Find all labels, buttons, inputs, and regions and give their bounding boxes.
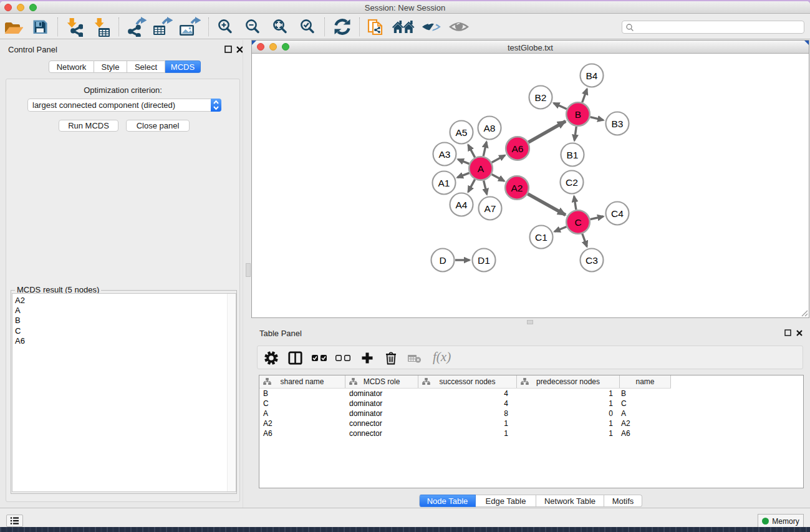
svg-text:D: D bbox=[439, 255, 446, 266]
svg-text:B4: B4 bbox=[586, 70, 598, 81]
svg-text:A: A bbox=[478, 163, 485, 174]
svg-text:D1: D1 bbox=[478, 255, 490, 266]
svg-text:A5: A5 bbox=[456, 127, 468, 138]
svg-text:A6: A6 bbox=[512, 143, 524, 154]
svg-text:C1: C1 bbox=[535, 232, 547, 243]
svg-text:A3: A3 bbox=[439, 149, 451, 160]
svg-text:B3: B3 bbox=[612, 118, 624, 129]
svg-text:A8: A8 bbox=[484, 123, 496, 133]
svg-text:C3: C3 bbox=[586, 255, 598, 266]
svg-text:A1: A1 bbox=[438, 178, 450, 188]
svg-text:C2: C2 bbox=[566, 177, 578, 188]
svg-text:B: B bbox=[575, 109, 581, 120]
svg-text:A2: A2 bbox=[511, 183, 523, 193]
svg-text:C: C bbox=[574, 217, 581, 228]
svg-text:B1: B1 bbox=[567, 150, 579, 160]
svg-text:B2: B2 bbox=[535, 92, 547, 103]
svg-text:A4: A4 bbox=[456, 200, 468, 210]
svg-text:C4: C4 bbox=[611, 208, 624, 219]
svg-text:A7: A7 bbox=[485, 203, 496, 214]
